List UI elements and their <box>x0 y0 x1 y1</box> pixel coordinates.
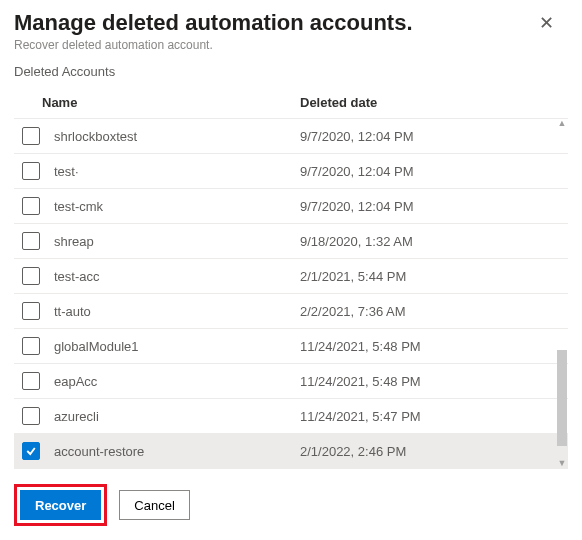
row-checkbox[interactable] <box>22 372 40 390</box>
row-checkbox[interactable] <box>22 232 40 250</box>
page-title: Manage deleted automation accounts. <box>14 10 413 36</box>
row-name: tt-auto <box>54 304 300 319</box>
page-subtitle: Recover deleted automation account. <box>14 38 568 52</box>
row-name: test-cmk <box>54 199 300 214</box>
table-row[interactable]: eapAcc11/24/2021, 5:48 PM <box>14 363 568 398</box>
cancel-button[interactable]: Cancel <box>119 490 189 520</box>
row-checkbox[interactable] <box>22 162 40 180</box>
recover-highlight: Recover <box>14 484 107 526</box>
row-date: 2/2/2021, 7:36 AM <box>300 304 568 319</box>
row-date: 9/7/2020, 12:04 PM <box>300 199 568 214</box>
table-row[interactable]: shrlockboxtest9/7/2020, 12:04 PM <box>14 118 568 153</box>
row-checkbox[interactable] <box>22 267 40 285</box>
row-checkbox[interactable] <box>22 337 40 355</box>
table-row[interactable]: shreap9/18/2020, 1:32 AM <box>14 223 568 258</box>
scroll-up-icon[interactable]: ▲ <box>557 118 567 128</box>
scroll-down-icon[interactable]: ▼ <box>557 458 567 468</box>
row-date: 9/7/2020, 12:04 PM <box>300 129 568 144</box>
row-name: test· <box>54 164 300 179</box>
row-name: eapAcc <box>54 374 300 389</box>
column-name[interactable]: Name <box>42 95 300 110</box>
row-name: account-restore <box>54 444 300 459</box>
table-row[interactable]: azurecli11/24/2021, 5:47 PM <box>14 398 568 433</box>
row-checkbox[interactable] <box>22 127 40 145</box>
row-checkbox[interactable] <box>22 302 40 320</box>
row-name: azurecli <box>54 409 300 424</box>
table-row[interactable]: test-cmk9/7/2020, 12:04 PM <box>14 188 568 223</box>
row-name: shreap <box>54 234 300 249</box>
column-deleted-date[interactable]: Deleted date <box>300 95 568 110</box>
table-header: Name Deleted date <box>14 87 568 118</box>
row-checkbox[interactable] <box>22 197 40 215</box>
table-row[interactable]: test·9/7/2020, 12:04 PM <box>14 153 568 188</box>
section-label: Deleted Accounts <box>14 64 568 79</box>
scrollbar[interactable]: ▲ ▼ <box>557 118 567 468</box>
row-name: shrlockboxtest <box>54 129 300 144</box>
row-date: 11/24/2021, 5:48 PM <box>300 374 568 389</box>
close-icon[interactable]: ✕ <box>535 10 558 36</box>
row-date: 2/1/2021, 5:44 PM <box>300 269 568 284</box>
row-date: 9/7/2020, 12:04 PM <box>300 164 568 179</box>
row-checkbox[interactable] <box>22 442 40 460</box>
table-row[interactable]: test-acc2/1/2021, 5:44 PM <box>14 258 568 293</box>
row-checkbox[interactable] <box>22 407 40 425</box>
row-date: 2/1/2022, 2:46 PM <box>300 444 568 459</box>
table-row[interactable]: globalModule111/24/2021, 5:48 PM <box>14 328 568 363</box>
row-date: 11/24/2021, 5:48 PM <box>300 339 568 354</box>
deleted-accounts-table: Name Deleted date ▲ ▼ shrlockboxtest9/7/… <box>14 87 568 469</box>
recover-button[interactable]: Recover <box>20 490 101 520</box>
table-row[interactable]: tt-auto2/2/2021, 7:36 AM <box>14 293 568 328</box>
row-date: 11/24/2021, 5:47 PM <box>300 409 568 424</box>
row-name: test-acc <box>54 269 300 284</box>
table-row[interactable]: account-restore2/1/2022, 2:46 PM <box>14 433 568 468</box>
row-name: globalModule1 <box>54 339 300 354</box>
row-date: 9/18/2020, 1:32 AM <box>300 234 568 249</box>
scroll-thumb[interactable] <box>557 350 567 446</box>
